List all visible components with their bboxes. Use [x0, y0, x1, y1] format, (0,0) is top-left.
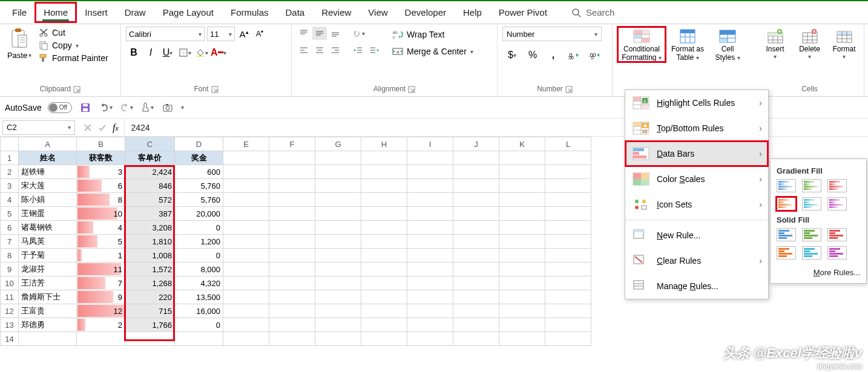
align-top-button[interactable] [297, 27, 311, 40]
databar-gradient-lightblue[interactable] [802, 197, 821, 210]
italic-button[interactable]: I [143, 45, 159, 60]
databar-gradient-green[interactable] [802, 179, 821, 192]
save-button[interactable] [78, 100, 93, 115]
cell[interactable]: 600 [175, 165, 223, 179]
cell[interactable]: 220 [125, 290, 175, 304]
cell[interactable]: 5,760 [175, 193, 223, 207]
touch-mode-button[interactable]: ▾ [140, 100, 154, 115]
databar-solid-red[interactable] [827, 228, 847, 241]
cell[interactable]: 387 [125, 207, 175, 221]
cell[interactable]: 赵铁锤 [19, 165, 77, 179]
camera-button[interactable] [160, 100, 175, 115]
tab-power-pivot[interactable]: Power Pivot [490, 2, 556, 22]
decrease-decimal-button[interactable]: .00.0 [585, 47, 604, 63]
enter-icon[interactable] [98, 123, 107, 132]
databar-solid-purple[interactable] [827, 246, 847, 259]
dialog-launcher-icon[interactable] [211, 86, 219, 93]
delete-cells-button[interactable]: Delete▾ [795, 27, 824, 60]
row-header[interactable]: 6 [1, 221, 19, 235]
row-header[interactable]: 3 [1, 179, 19, 193]
cell[interactable]: 3,208 [125, 221, 175, 235]
row-header[interactable]: 11 [1, 290, 19, 304]
comma-button[interactable]: , [544, 47, 563, 63]
tab-page-layout[interactable]: Page Layout [154, 2, 222, 22]
col-header-L[interactable]: L [545, 137, 591, 151]
cell[interactable]: 马凤英 [19, 235, 77, 249]
redo-button[interactable]: ▾ [119, 100, 134, 115]
cell[interactable]: 0 [175, 221, 223, 235]
cell[interactable]: 13,500 [175, 290, 223, 304]
cell[interactable]: 8 [77, 193, 125, 207]
paste-button[interactable]: Paste▾ [5, 27, 34, 60]
databar-solid-green[interactable] [802, 228, 821, 241]
cell[interactable]: 诸葛钢铁 [19, 221, 77, 235]
tab-help[interactable]: Help [455, 2, 490, 22]
cancel-icon[interactable] [84, 123, 92, 132]
cell[interactable]: 11 [77, 263, 125, 276]
col-header-E[interactable]: E [223, 137, 269, 151]
fill-color-button[interactable]: ▾ [194, 45, 209, 60]
databar-solid-blue[interactable] [777, 228, 796, 241]
cell[interactable]: 4,320 [175, 276, 223, 290]
align-right-button[interactable] [328, 44, 343, 57]
row-header[interactable]: 1 [1, 151, 19, 165]
cell[interactable]: 2,424 [125, 165, 175, 179]
dialog-launcher-icon[interactable] [408, 86, 415, 93]
menu-new-rule[interactable]: New Rule... [625, 223, 768, 248]
cell[interactable]: 王钢蛋 [19, 207, 77, 221]
font-size-combo[interactable]: 11▾ [207, 27, 235, 41]
menu-data-bars[interactable]: Data Bars › [625, 141, 768, 166]
menu-clear-rules[interactable]: Clear Rules › [625, 248, 768, 273]
cell[interactable]: 846 [125, 179, 175, 193]
font-color-button[interactable]: A▾ [211, 45, 226, 60]
row-header[interactable]: 9 [1, 263, 19, 276]
cell[interactable]: 6 [77, 179, 125, 193]
cell[interactable]: 16,000 [175, 304, 223, 318]
tab-file[interactable]: File [4, 2, 35, 22]
header-cell[interactable]: 客单价 [125, 151, 175, 165]
menu-top-bottom-rules[interactable]: 10 Top/Bottom Rules › [625, 116, 768, 141]
col-header-I[interactable]: I [407, 137, 453, 151]
cell[interactable]: 0 [175, 249, 223, 263]
align-bottom-button[interactable] [328, 27, 343, 40]
cell[interactable]: 10 [77, 207, 125, 221]
row-header[interactable]: 8 [1, 249, 19, 263]
tab-developer[interactable]: Developer [396, 2, 455, 22]
dialog-launcher-icon[interactable] [565, 86, 573, 93]
tell-me-search[interactable]: Search [571, 7, 615, 18]
tab-formulas[interactable]: Formulas [222, 2, 277, 22]
dialog-launcher-icon[interactable] [73, 86, 81, 93]
decrease-font-button[interactable]: A▾ [253, 29, 266, 38]
cell[interactable]: 陈小娟 [19, 193, 77, 207]
align-center-button[interactable] [312, 44, 327, 57]
row-header[interactable]: 12 [1, 304, 19, 318]
format-painter-button[interactable]: Format Painter [39, 53, 108, 63]
cell[interactable]: 7 [77, 276, 125, 290]
tab-view[interactable]: View [360, 2, 396, 22]
cell[interactable]: 郑德勇 [19, 318, 77, 332]
col-header-C[interactable]: C [125, 137, 175, 151]
cell[interactable]: 于予菊 [19, 249, 77, 263]
wrap-text-button[interactable]: abc Wrap Text [392, 28, 473, 41]
col-header-F[interactable]: F [269, 137, 315, 151]
cell[interactable]: 王富贵 [19, 304, 77, 318]
col-header-G[interactable]: G [315, 137, 361, 151]
cell[interactable]: 宋大莲 [19, 179, 77, 193]
cell[interactable]: 2 [77, 318, 125, 332]
copy-button[interactable]: Copy ▾ [39, 41, 108, 50]
align-left-button[interactable] [297, 44, 311, 57]
row-header[interactable]: 14 [1, 332, 19, 346]
cell[interactable]: 0 [175, 318, 223, 332]
row-header[interactable]: 2 [1, 165, 19, 179]
cell[interactable]: 1,766 [125, 318, 175, 332]
header-cell[interactable]: 获客数 [77, 151, 125, 165]
col-header-A[interactable]: A [19, 137, 77, 151]
tab-data[interactable]: Data [277, 2, 313, 22]
insert-cells-button[interactable]: Insert▾ [760, 27, 790, 60]
tab-insert[interactable]: Insert [76, 2, 116, 22]
increase-font-button[interactable]: A▴ [237, 29, 251, 39]
cell[interactable]: 1 [77, 249, 125, 263]
number-format-combo[interactable]: Number▾ [502, 27, 602, 41]
col-header-K[interactable]: K [499, 137, 545, 151]
row-header[interactable]: 10 [1, 276, 19, 290]
